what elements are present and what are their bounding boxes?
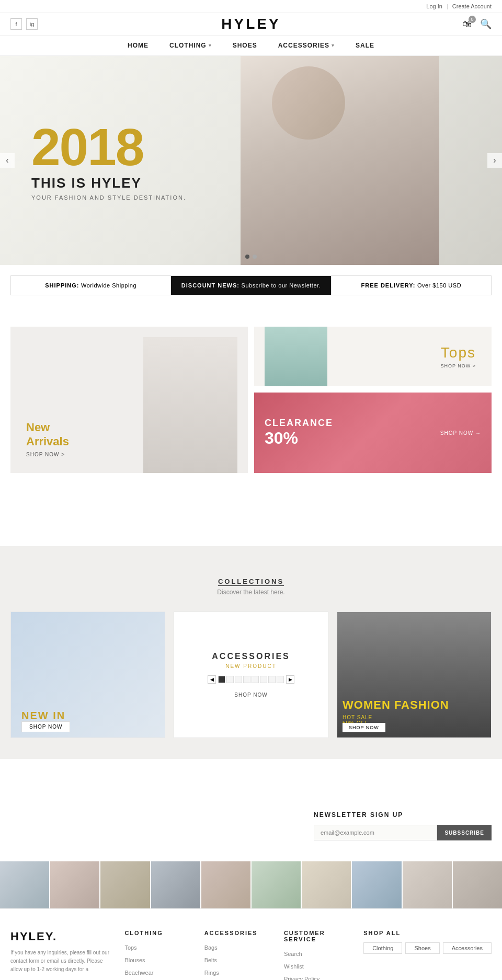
cart-badge: 0 — [469, 16, 476, 23]
top-bar-separator: | — [447, 3, 448, 9]
shop-tag-accessories[interactable]: Accessories — [443, 942, 492, 954]
login-link[interactable]: Log In — [426, 3, 442, 9]
promo-new-arrivals-content: NewArrivals SHOP NOW > — [26, 421, 69, 457]
header: f ig HYLEY 🛍 0 🔍 — [0, 13, 502, 35]
footer-clothing-blouses[interactable]: Blouses — [124, 957, 145, 963]
instagram-thumb-1[interactable] — [0, 861, 49, 908]
instagram-thumb-4[interactable] — [151, 861, 200, 908]
newsletter-box: NEWSLETTER SIGN UP SUBSSCRIBE — [314, 811, 492, 840]
nav-sale[interactable]: SALE — [356, 42, 374, 49]
promo-tops-link[interactable]: SHOP NOW > — [440, 363, 476, 368]
nav-accessories[interactable]: ACCESSORIES ▾ — [278, 42, 335, 49]
hero-next-button[interactable]: › — [487, 153, 502, 168]
women-label: WOMEN FASHION — [343, 699, 449, 711]
nav-clothing[interactable]: CLOTHING ▾ — [169, 42, 212, 49]
footer-service-privacy[interactable]: Privacy Policy — [284, 976, 320, 980]
hero-prev-button[interactable]: ‹ — [0, 153, 15, 168]
clearance-title: CLEARANCE — [265, 418, 333, 429]
hero-dot-2[interactable] — [253, 255, 257, 259]
hero-title: THIS IS HYLEY — [31, 175, 186, 191]
promo-new-arrivals-image — [143, 337, 237, 473]
new-in-shop-button[interactable]: SHOP NOW — [21, 721, 70, 732]
cart-icon[interactable]: 🛍 0 — [462, 19, 472, 30]
discount-info[interactable]: DISCOUNT NEWS: Subscribe to our Newslett… — [171, 276, 331, 295]
collection-card-new-in: NEW IN SHOP NOW — [10, 612, 165, 738]
footer-clothing-beachwear[interactable]: Beachwear — [124, 970, 153, 976]
footer: HYLEY. If you have any inquiries, please… — [0, 908, 502, 980]
instagram-thumb-6[interactable] — [252, 861, 301, 908]
slider-seg-5 — [252, 676, 259, 683]
chevron-down-icon: ▾ — [209, 43, 212, 48]
promo-tops: Tops SHOP NOW > — [254, 327, 492, 386]
footer-col-clothing: CLOTHING Tops Blouses Beachwear — [124, 930, 193, 980]
instagram-thumb-9[interactable] — [403, 861, 452, 908]
footer-service-search[interactable]: Search — [284, 951, 302, 957]
create-account-link[interactable]: Create Account — [452, 3, 492, 9]
nav-home[interactable]: HOME — [128, 42, 149, 49]
search-icon[interactable]: 🔍 — [480, 18, 492, 30]
instagram-thumb-8[interactable] — [352, 861, 401, 908]
footer-grid: HYLEY. If you have any inquiries, please… — [10, 930, 492, 980]
free-delivery-info: FREE DELIVERY: Over $150 USD — [332, 276, 491, 295]
facebook-icon[interactable]: f — [10, 18, 22, 30]
hero-year: 2018 — [31, 121, 186, 173]
newsletter-subscribe-button[interactable]: SUBSSCRIBE — [437, 825, 492, 840]
hero-banner: 2018 THIS IS HYLEY YOUR FASHION AND STYL… — [0, 56, 502, 265]
promo-clearance: CLEARANCE 30% SHOP NOW → — [254, 393, 492, 473]
shop-tag-clothing[interactable]: Clothing — [363, 942, 402, 954]
footer-clothing-links: Tops Blouses Beachwear — [124, 942, 193, 977]
slider-seg-6 — [260, 676, 267, 683]
shipping-label: SHIPPING: — [45, 282, 79, 289]
shipping-info: SHIPPING: Worldwide Shipping — [11, 276, 171, 295]
new-in-image: NEW IN SHOP NOW — [11, 612, 165, 737]
footer-shop-all-title: SHOP ALL — [363, 930, 492, 936]
newsletter-email-input[interactable] — [314, 825, 437, 840]
delivery-value: Over $150 USD — [417, 282, 461, 289]
hero-model-figure — [241, 56, 439, 265]
promo-tops-image — [265, 327, 327, 386]
promo-new-arrivals-link[interactable]: SHOP NOW > — [26, 452, 69, 457]
footer-accessories-title: ACCESSORIES — [204, 930, 273, 936]
promo-right: Tops SHOP NOW > CLEARANCE 30% SHOP NOW → — [254, 327, 492, 473]
women-image: WOMEN FASHION HOT SALE50% OFF SHOP NOW — [337, 612, 491, 737]
footer-accessories-bags[interactable]: Bags — [204, 944, 218, 951]
instagram-icon[interactable]: ig — [26, 18, 38, 30]
collections-header: COLLECTIONS Discover the latest here. — [10, 578, 492, 596]
top-bar: Log In | Create Account — [0, 0, 502, 13]
collections-section: COLLECTIONS Discover the latest here. NE… — [0, 546, 502, 759]
accessories-slider: ◀ ▶ — [208, 675, 294, 684]
footer-clothing-title: CLOTHING — [124, 930, 193, 936]
new-in-label: NEW IN — [21, 710, 65, 722]
women-shop-button[interactable]: SHOP NOW — [343, 723, 385, 732]
footer-service-wishlist[interactable]: Wishlist — [284, 963, 304, 970]
footer-col-accessories: ACCESSORIES Bags Belts Rings — [204, 930, 273, 980]
chevron-down-icon-2: ▾ — [332, 43, 335, 48]
footer-accessories-belts[interactable]: Belts — [204, 957, 217, 963]
hero-dot-1[interactable] — [245, 255, 249, 259]
slider-track — [218, 676, 284, 683]
accessories-card-title: ACCESSORIES — [212, 652, 290, 661]
footer-accessories-rings[interactable]: Rings — [204, 970, 219, 976]
delivery-label: FREE DELIVERY: — [361, 282, 416, 289]
instagram-thumb-2[interactable] — [50, 861, 99, 908]
instagram-thumb-10[interactable] — [453, 861, 502, 908]
shop-tag-shoes[interactable]: Shoes — [405, 942, 439, 954]
newsletter-title: NEWSLETTER SIGN UP — [314, 811, 492, 818]
slider-left-arrow[interactable]: ◀ — [208, 675, 216, 684]
accessories-card-subtitle: NEW PRODUCT — [225, 663, 277, 669]
header-right: 🛍 0 🔍 — [462, 18, 492, 30]
footer-clothing-tops[interactable]: Tops — [124, 944, 136, 951]
instagram-thumb-3[interactable] — [100, 861, 150, 908]
instagram-thumb-5[interactable] — [201, 861, 250, 908]
promo-new-arrivals-title: NewArrivals — [26, 421, 69, 448]
promo-tops-title: Tops — [440, 344, 476, 361]
accessories-shop-link[interactable]: SHOP NOW — [234, 692, 267, 698]
site-logo[interactable]: HYLEY — [221, 16, 280, 32]
slider-right-arrow[interactable]: ▶ — [286, 675, 294, 684]
instagram-thumb-7[interactable] — [302, 861, 351, 908]
info-bar: SHIPPING: Worldwide Shipping DISCOUNT NE… — [10, 275, 492, 295]
nav-shoes[interactable]: SHOES — [233, 42, 257, 49]
shipping-value: Worldwide Shipping — [81, 282, 136, 289]
hero-dots — [245, 255, 257, 259]
clearance-link[interactable]: SHOP NOW → — [440, 430, 481, 436]
